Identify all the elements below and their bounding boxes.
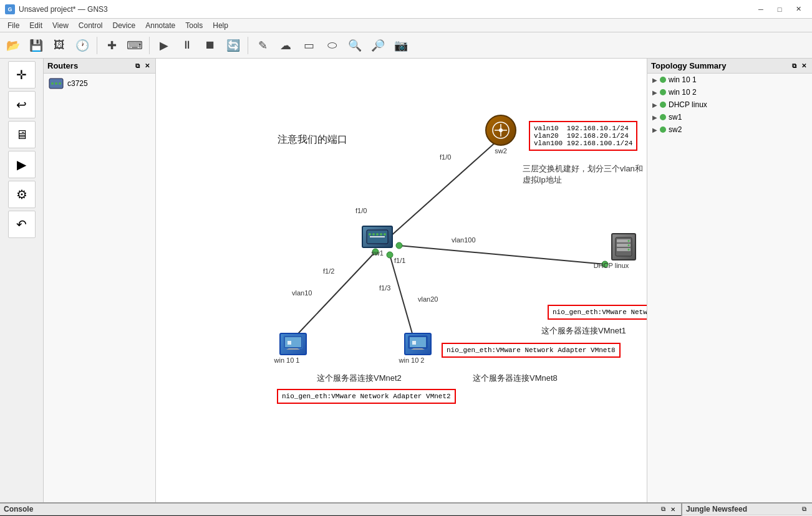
svg-point-19 (499, 128, 503, 132)
svg-point-32 (628, 240, 630, 242)
terminal-toolbar-btn[interactable]: ⌨ (124, 35, 145, 56)
svg-point-26 (380, 233, 382, 236)
node-sw2[interactable]: sw2 (485, 115, 516, 153)
svg-point-1 (51, 82, 54, 85)
box-vmnet8: nio_gen_eth:VMware Network Adapter VMnet… (442, 343, 621, 358)
dhcp-icon (611, 233, 636, 260)
device-panel-float[interactable]: ⧉ (133, 62, 142, 70)
menu-item-help[interactable]: Help (208, 20, 233, 31)
open-folder-toolbar-btn[interactable]: 📂 (2, 35, 24, 56)
console-panel: Console ⧉ ✕ GNS3 management console. Run… (0, 504, 681, 516)
svg-point-33 (628, 244, 630, 246)
zoom-out-toolbar-btn[interactable]: 🔎 (367, 35, 389, 56)
console-float[interactable]: ⧉ (659, 505, 667, 514)
play-sidebar-btn[interactable]: ▶ (8, 151, 36, 178)
box-vmnet2: nio_gen_eth:VMware Network Adapter VMnet… (277, 389, 456, 404)
titlebar: G Unsaved project* — GNS3 ─ □ ✕ (0, 0, 812, 19)
edit-toolbar-btn[interactable]: ✎ (252, 35, 273, 56)
svg-point-2 (55, 82, 57, 85)
node-dhcp[interactable]: DHCP linux (596, 233, 647, 268)
stop-all-toolbar-btn[interactable]: ⏹ (200, 35, 221, 56)
topology-panel-float[interactable]: ⧉ (790, 62, 798, 70)
undo-sidebar-btn[interactable]: ↶ (8, 211, 36, 238)
toolbar-sep-10 (248, 37, 248, 54)
window-controls: ─ □ ✕ (752, 3, 807, 16)
rect-toolbar-btn[interactable]: ▭ (298, 35, 319, 56)
tree-chevron: ▶ (652, 127, 657, 133)
close-button[interactable]: ✕ (790, 3, 807, 16)
tree-label: win 10 1 (669, 75, 697, 84)
node-sw1[interactable]: sw1 (362, 226, 393, 256)
svg-line-7 (390, 255, 415, 342)
topology-panel-close[interactable]: ✕ (800, 62, 808, 70)
svg-line-6 (290, 252, 375, 342)
win10-1-icon (279, 333, 307, 355)
menu-item-control[interactable]: Control (74, 20, 108, 31)
svg-rect-43 (412, 341, 416, 345)
device-panel: Routers ⧉ ✕ c3725 (44, 59, 156, 502)
svg-point-23 (369, 233, 371, 236)
canvas-area[interactable]: f1/0 f1/0 f1/1 f1/2 f1/3 vlan100 vlan10 … (156, 59, 647, 502)
svg-point-25 (376, 233, 379, 236)
menu-item-annotate[interactable]: Annotate (140, 20, 180, 31)
device-sidebar-btn[interactable]: 🖥 (8, 121, 36, 148)
jungle-float[interactable]: ⧉ (800, 505, 808, 514)
tree-item-sw2[interactable]: ▶ sw2 (647, 123, 812, 136)
topology-panel-buttons: ⧉ ✕ (790, 62, 808, 70)
tree-label: win 10 2 (669, 88, 697, 97)
box-vmnet1: nio_gen_eth:VMware Network Adapter VMnet… (548, 305, 647, 320)
start-all-toolbar-btn[interactable]: ▶ (153, 35, 175, 56)
tree-chevron: ▶ (652, 114, 657, 121)
menu-item-view[interactable]: View (47, 20, 74, 31)
device-panel-buttons: ⧉ ✕ (133, 62, 152, 70)
sw2-icon (485, 115, 516, 146)
menu-item-device[interactable]: Device (108, 20, 141, 31)
tree-item-sw1[interactable]: ▶ sw1 (647, 111, 812, 123)
node-win10-1[interactable]: win 10 1 (271, 333, 315, 363)
console-title: Console (4, 505, 33, 514)
menu-item-file[interactable]: File (2, 20, 24, 31)
history-toolbar-btn[interactable]: 🕐 (72, 35, 93, 56)
zoom-in-toolbar-btn[interactable]: 🔍 (344, 35, 365, 56)
main-layout: ✛↩🖥▶⚙↶ Routers ⧉ ✕ c3725 (0, 59, 812, 502)
suspend-all-toolbar-btn[interactable]: ⏸ (176, 35, 198, 56)
tree-item-dhcp-linux[interactable]: ▶ DHCP linux (647, 98, 812, 111)
add-node-toolbar-btn[interactable]: ✚ (101, 35, 122, 56)
svg-line-5 (399, 246, 605, 264)
tree-status-dot (660, 77, 666, 83)
topology-tree: ▶ win 10 1 ▶ win 10 2 ▶ DHCP linux ▶ sw1… (647, 74, 812, 136)
svg-point-3 (59, 82, 61, 85)
topology-panel-title: Topology Summary (651, 61, 726, 70)
device-item-c3725[interactable]: c3725 (44, 74, 155, 93)
move-sidebar-btn[interactable]: ↩ (8, 91, 36, 118)
tree-item-win-10-2[interactable]: ▶ win 10 2 (647, 86, 812, 98)
save-toolbar-btn[interactable]: 💾 (26, 35, 47, 56)
console-close[interactable]: ✕ (669, 505, 677, 514)
minimize-button[interactable]: ─ (752, 3, 770, 16)
screenshot-toolbar-btn[interactable]: 📷 (390, 35, 412, 56)
snapshot-toolbar-btn[interactable]: 🖼 (49, 35, 70, 56)
menu-item-tools[interactable]: Tools (180, 20, 208, 31)
device-label-c3725: c3725 (67, 79, 88, 88)
menubar: FileEditViewControlDeviceAnnotateToolsHe… (0, 19, 812, 32)
console-jungle-row: Console ⧉ ✕ GNS3 management console. Run… (0, 502, 812, 516)
window-title: Unsaved project* — GNS3 (19, 5, 752, 14)
reload-toolbar-btn[interactable]: 🔄 (223, 35, 244, 56)
app-icon: G (5, 4, 15, 14)
tree-item-win-10-1[interactable]: ▶ win 10 1 (647, 74, 812, 86)
ellipse-toolbar-btn[interactable]: ⬭ (321, 35, 342, 56)
cloud-toolbar-btn[interactable]: ☁ (275, 35, 296, 56)
tree-status-dot (660, 114, 666, 120)
navigate-sidebar-btn[interactable]: ✛ (8, 61, 36, 88)
menu-item-edit[interactable]: Edit (24, 20, 47, 31)
node-win10-2[interactable]: win 10 2 (396, 333, 440, 363)
device-panel-close[interactable]: ✕ (143, 62, 152, 70)
tree-status-dot (660, 127, 666, 133)
console-buttons: ⧉ ✕ (659, 505, 677, 514)
console-all-sidebar-btn[interactable]: ⚙ (8, 181, 36, 208)
svg-rect-38 (285, 337, 301, 347)
svg-point-34 (628, 249, 630, 251)
maximize-button[interactable]: □ (771, 3, 788, 16)
jungle-title: Jungle Newsfeed (686, 505, 747, 514)
tree-chevron: ▶ (652, 77, 657, 84)
